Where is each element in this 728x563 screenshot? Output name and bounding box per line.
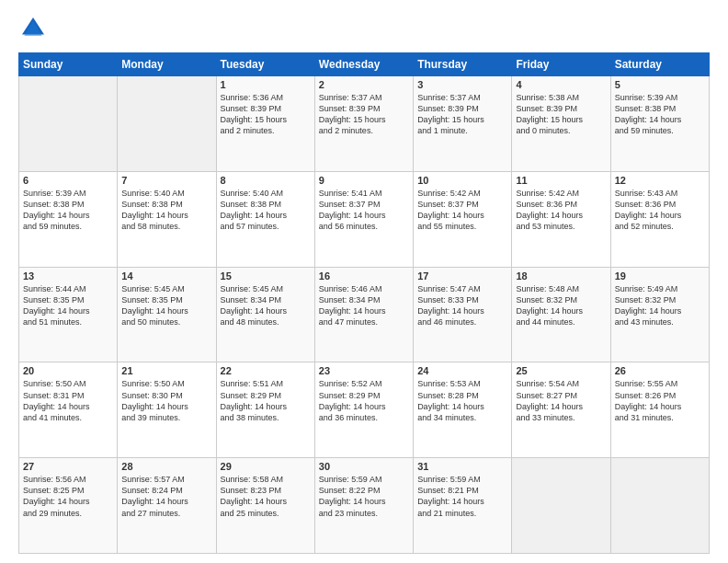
calendar-cell: 7Sunrise: 5:40 AM Sunset: 8:38 PM Daylig… (118, 171, 216, 267)
calendar-header-row: SundayMondayTuesdayWednesdayThursdayFrid… (19, 53, 710, 76)
day-number: 16 (319, 270, 409, 282)
day-number: 5 (615, 79, 705, 90)
day-number: 3 (417, 79, 507, 90)
day-number: 24 (417, 365, 507, 376)
calendar-cell: 10Sunrise: 5:42 AM Sunset: 8:37 PM Dayli… (414, 171, 512, 267)
day-info: Sunrise: 5:51 AM Sunset: 8:29 PM Dayligh… (221, 378, 311, 423)
calendar-cell: 2Sunrise: 5:37 AM Sunset: 8:39 PM Daylig… (314, 76, 413, 172)
calendar-cell: 19Sunrise: 5:49 AM Sunset: 8:32 PM Dayli… (610, 267, 709, 362)
day-number: 4 (516, 79, 606, 90)
day-info: Sunrise: 5:39 AM Sunset: 8:38 PM Dayligh… (23, 188, 113, 233)
page: SundayMondayTuesdayWednesdayThursdayFrid… (0, 0, 728, 563)
day-header-sunday: Sunday (19, 53, 118, 76)
calendar-cell: 24Sunrise: 5:53 AM Sunset: 8:28 PM Dayli… (414, 362, 512, 458)
day-number: 1 (221, 79, 311, 90)
day-info: Sunrise: 5:45 AM Sunset: 8:34 PM Dayligh… (221, 283, 311, 328)
calendar-week-5: 27Sunrise: 5:56 AM Sunset: 8:25 PM Dayli… (19, 458, 710, 554)
day-number: 22 (221, 365, 311, 376)
day-info: Sunrise: 5:45 AM Sunset: 8:35 PM Dayligh… (121, 283, 211, 328)
day-info: Sunrise: 5:48 AM Sunset: 8:32 PM Dayligh… (516, 283, 606, 328)
calendar-cell (610, 458, 709, 554)
day-number: 25 (516, 365, 606, 376)
day-number: 30 (319, 461, 409, 472)
calendar-cell (512, 458, 610, 554)
calendar-cell: 17Sunrise: 5:47 AM Sunset: 8:33 PM Dayli… (414, 267, 512, 362)
day-info: Sunrise: 5:59 AM Sunset: 8:21 PM Dayligh… (417, 474, 507, 519)
header (18, 14, 710, 43)
day-number: 17 (417, 270, 507, 282)
calendar-cell: 20Sunrise: 5:50 AM Sunset: 8:31 PM Dayli… (19, 362, 118, 458)
day-info: Sunrise: 5:50 AM Sunset: 8:31 PM Dayligh… (23, 378, 113, 423)
calendar-cell: 31Sunrise: 5:59 AM Sunset: 8:21 PM Dayli… (414, 458, 512, 554)
day-info: Sunrise: 5:54 AM Sunset: 8:27 PM Dayligh… (516, 378, 606, 423)
day-info: Sunrise: 5:58 AM Sunset: 8:23 PM Dayligh… (221, 474, 311, 519)
calendar-cell: 9Sunrise: 5:41 AM Sunset: 8:37 PM Daylig… (314, 171, 413, 267)
day-number: 31 (417, 461, 507, 472)
day-info: Sunrise: 5:36 AM Sunset: 8:39 PM Dayligh… (221, 92, 311, 137)
calendar-week-1: 1Sunrise: 5:36 AM Sunset: 8:39 PM Daylig… (19, 76, 710, 172)
calendar-cell: 4Sunrise: 5:38 AM Sunset: 8:39 PM Daylig… (512, 76, 610, 172)
day-info: Sunrise: 5:46 AM Sunset: 8:34 PM Dayligh… (319, 283, 409, 328)
calendar-cell: 1Sunrise: 5:36 AM Sunset: 8:39 PM Daylig… (216, 76, 314, 172)
day-info: Sunrise: 5:42 AM Sunset: 8:36 PM Dayligh… (516, 188, 606, 233)
day-info: Sunrise: 5:39 AM Sunset: 8:38 PM Dayligh… (615, 92, 705, 137)
calendar-cell (19, 76, 118, 172)
day-info: Sunrise: 5:43 AM Sunset: 8:36 PM Dayligh… (615, 188, 705, 233)
logo (18, 14, 53, 43)
day-info: Sunrise: 5:37 AM Sunset: 8:39 PM Dayligh… (417, 92, 507, 137)
calendar-cell: 15Sunrise: 5:45 AM Sunset: 8:34 PM Dayli… (216, 267, 314, 362)
calendar-table: SundayMondayTuesdayWednesdayThursdayFrid… (18, 52, 710, 554)
calendar-cell: 30Sunrise: 5:59 AM Sunset: 8:22 PM Dayli… (314, 458, 413, 554)
calendar-cell (118, 76, 216, 172)
day-info: Sunrise: 5:38 AM Sunset: 8:39 PM Dayligh… (516, 92, 606, 137)
calendar-cell: 23Sunrise: 5:52 AM Sunset: 8:29 PM Dayli… (314, 362, 413, 458)
day-info: Sunrise: 5:59 AM Sunset: 8:22 PM Dayligh… (319, 474, 409, 519)
calendar-cell: 8Sunrise: 5:40 AM Sunset: 8:38 PM Daylig… (216, 171, 314, 267)
day-number: 19 (615, 270, 705, 282)
day-info: Sunrise: 5:37 AM Sunset: 8:39 PM Dayligh… (319, 92, 409, 137)
day-number: 6 (23, 175, 113, 186)
day-number: 27 (23, 461, 113, 472)
day-number: 18 (516, 270, 606, 282)
calendar-week-3: 13Sunrise: 5:44 AM Sunset: 8:35 PM Dayli… (19, 267, 710, 362)
day-info: Sunrise: 5:57 AM Sunset: 8:24 PM Dayligh… (121, 474, 211, 519)
day-number: 28 (121, 461, 211, 472)
day-number: 29 (221, 461, 311, 472)
day-info: Sunrise: 5:50 AM Sunset: 8:30 PM Dayligh… (121, 378, 211, 423)
day-info: Sunrise: 5:40 AM Sunset: 8:38 PM Dayligh… (121, 188, 211, 233)
day-number: 15 (221, 270, 311, 282)
logo-icon (18, 14, 48, 43)
day-info: Sunrise: 5:42 AM Sunset: 8:37 PM Dayligh… (417, 188, 507, 233)
calendar-cell: 16Sunrise: 5:46 AM Sunset: 8:34 PM Dayli… (314, 267, 413, 362)
day-header-tuesday: Tuesday (216, 53, 314, 76)
day-number: 9 (319, 175, 409, 186)
day-number: 11 (516, 175, 606, 186)
day-header-wednesday: Wednesday (314, 53, 413, 76)
calendar-cell: 11Sunrise: 5:42 AM Sunset: 8:36 PM Dayli… (512, 171, 610, 267)
calendar-cell: 3Sunrise: 5:37 AM Sunset: 8:39 PM Daylig… (414, 76, 512, 172)
day-number: 20 (23, 365, 113, 376)
day-info: Sunrise: 5:56 AM Sunset: 8:25 PM Dayligh… (23, 474, 113, 519)
day-header-friday: Friday (512, 53, 610, 76)
calendar-cell: 25Sunrise: 5:54 AM Sunset: 8:27 PM Dayli… (512, 362, 610, 458)
calendar-week-4: 20Sunrise: 5:50 AM Sunset: 8:31 PM Dayli… (19, 362, 710, 458)
day-info: Sunrise: 5:53 AM Sunset: 8:28 PM Dayligh… (417, 378, 507, 423)
day-info: Sunrise: 5:49 AM Sunset: 8:32 PM Dayligh… (615, 283, 705, 328)
day-info: Sunrise: 5:55 AM Sunset: 8:26 PM Dayligh… (615, 378, 705, 423)
day-number: 7 (121, 175, 211, 186)
calendar-cell: 18Sunrise: 5:48 AM Sunset: 8:32 PM Dayli… (512, 267, 610, 362)
calendar-cell: 26Sunrise: 5:55 AM Sunset: 8:26 PM Dayli… (610, 362, 709, 458)
calendar-week-2: 6Sunrise: 5:39 AM Sunset: 8:38 PM Daylig… (19, 171, 710, 267)
day-number: 21 (121, 365, 211, 376)
day-info: Sunrise: 5:44 AM Sunset: 8:35 PM Dayligh… (23, 283, 113, 328)
calendar-cell: 27Sunrise: 5:56 AM Sunset: 8:25 PM Dayli… (19, 458, 118, 554)
day-number: 14 (121, 270, 211, 282)
day-number: 13 (23, 270, 113, 282)
calendar-cell: 6Sunrise: 5:39 AM Sunset: 8:38 PM Daylig… (19, 171, 118, 267)
day-number: 8 (221, 175, 311, 186)
calendar-cell: 28Sunrise: 5:57 AM Sunset: 8:24 PM Dayli… (118, 458, 216, 554)
day-info: Sunrise: 5:47 AM Sunset: 8:33 PM Dayligh… (417, 283, 507, 328)
calendar-cell: 13Sunrise: 5:44 AM Sunset: 8:35 PM Dayli… (19, 267, 118, 362)
day-number: 12 (615, 175, 705, 186)
calendar-cell: 14Sunrise: 5:45 AM Sunset: 8:35 PM Dayli… (118, 267, 216, 362)
